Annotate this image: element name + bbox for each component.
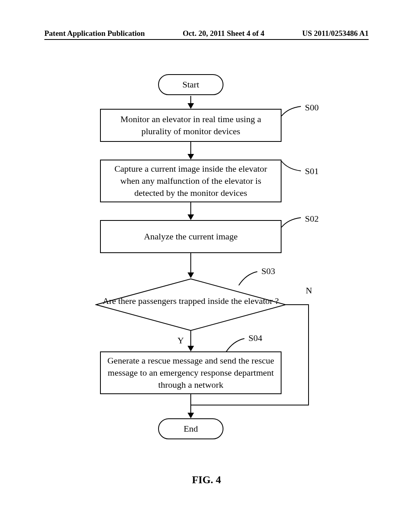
process-s01: Capture a current image inside the eleva…: [100, 160, 282, 202]
header-left: Patent Application Publication: [44, 29, 145, 38]
process-s02-text: Analyze the current image: [144, 231, 238, 243]
arrow-start-s00: [190, 96, 191, 104]
decision-s03-text: Are there passengers trapped inside the …: [103, 296, 279, 306]
arrowhead-s04-end: [188, 413, 194, 418]
label-s02: S02: [305, 214, 319, 224]
arrow-no-h1: [286, 304, 309, 305]
decision-no-label: N: [306, 285, 312, 296]
process-s02: Analyze the current image: [100, 220, 282, 253]
arrow-s04-end-v: [190, 394, 191, 414]
arrow-s01-s02: [190, 202, 191, 215]
header-right: US 2011/0253486 A1: [302, 29, 369, 38]
arrow-no-h2: [191, 405, 309, 405]
figure-caption: FIG. 4: [0, 474, 413, 486]
arrowhead-s01-s02: [188, 214, 194, 220]
label-s03: S03: [261, 266, 275, 276]
arrowhead-start-s00: [188, 103, 194, 109]
arrowhead-s02-s03: [188, 272, 194, 278]
callout-s02: [281, 216, 306, 231]
start-label: Start: [182, 79, 199, 90]
decision-yes-label: Y: [177, 335, 184, 346]
start-terminal: Start: [158, 74, 223, 95]
arrowhead-s03-s04: [188, 346, 194, 351]
label-s01: S01: [305, 166, 319, 177]
process-s00-text: Monitor an elevator in real time using a…: [107, 113, 274, 137]
arrow-s00-s01: [190, 142, 191, 155]
arrow-s03-s04: [190, 330, 191, 347]
label-s04: S04: [248, 333, 262, 343]
arrow-no-v: [308, 304, 309, 405]
process-s04-text: Generate a rescue message and send the r…: [107, 355, 274, 391]
callout-s00: [281, 105, 306, 120]
process-s04: Generate a rescue message and send the r…: [100, 351, 282, 394]
label-s00: S00: [305, 102, 319, 113]
process-s01-text: Capture a current image inside the eleva…: [107, 163, 274, 199]
end-label: End: [184, 424, 198, 434]
callout-s01: [281, 160, 306, 175]
process-s00: Monitor an elevator in real time using a…: [100, 109, 282, 142]
arrowhead-s00-s01: [188, 154, 194, 160]
arrow-s02-s03: [190, 253, 191, 273]
end-terminal: End: [158, 418, 223, 439]
flowchart: Start Monitor an elevator in real time u…: [0, 64, 413, 451]
callout-s03: [237, 270, 262, 287]
header-center: Oct. 20, 2011 Sheet 4 of 4: [183, 29, 265, 38]
header-rule: [44, 39, 369, 40]
